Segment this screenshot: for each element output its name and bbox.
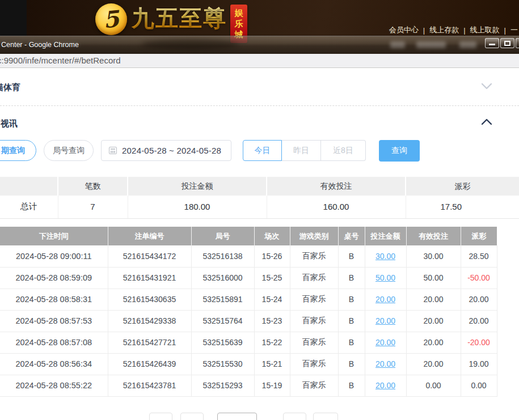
window-title: Center - Google Chrome (1, 41, 79, 49)
bet-table-row: 2024-05-28 08:55:22521615423781532515293… (0, 375, 497, 396)
cell-valid-bet: 20.00 (406, 289, 461, 310)
section-live-video[interactable]: 视讯 (1, 118, 18, 129)
quick-date-button-group: 今日昨日近8日 (243, 140, 366, 161)
bet-column-header: 场次 (254, 227, 290, 245)
cell-slip-number: 521615427721 (108, 332, 191, 353)
bet-column-header: 投注金额 (365, 227, 406, 245)
cell-payout: 28.50 (461, 245, 497, 267)
cell-session: 15-26 (254, 245, 290, 267)
cell-game-type: 百家乐 (290, 353, 338, 375)
summary-column-header: 投注金额 (128, 177, 267, 196)
date-query-tab[interactable]: 日期查询 (0, 140, 36, 161)
close-button[interactable] (516, 38, 519, 48)
nav-link[interactable]: 线上取款 (470, 25, 500, 35)
cell-bet-amount: 20.00 (365, 289, 406, 310)
cell-table-number: B (338, 267, 365, 289)
chevron-up-icon[interactable] (481, 118, 492, 126)
summary-header-row: 笔数投注金额有效投注派彩 (0, 177, 519, 196)
cell-payout: 20.00 (461, 310, 497, 332)
top-nav: 会员中心|线上存款|线上取款|一 (389, 25, 518, 35)
cell-bet-amount: 20.00 (365, 332, 406, 353)
bet-column-header: 注单编号 (108, 227, 191, 245)
desktop-background (0, 0, 27, 36)
section-sports[interactable]: 猫体育 (0, 82, 20, 93)
summary-column-header (0, 177, 58, 196)
summary-value-cell: 160.00 (267, 196, 406, 218)
calendar-icon (109, 147, 117, 154)
bet-table-body: 2024-05-28 09:00:11521615434172532516138… (0, 245, 497, 396)
chevron-down-icon[interactable] (481, 82, 492, 90)
summary-row-label: 总计 (0, 196, 58, 218)
url-bar[interactable]: c:9900/infe/mcenter/#/betRecord (0, 54, 519, 68)
bet-header-row: 下注时间注单编号局号场次游戏类别桌号投注金额有效投注派彩 (0, 227, 497, 245)
cell-bet-amount: 50.00 (365, 267, 406, 289)
maximize-button[interactable] (500, 38, 514, 48)
pagination-button[interactable] (283, 413, 306, 420)
cell-bet-time: 2024-05-28 09:00:11 (0, 245, 108, 267)
cell-valid-bet: 20.00 (406, 332, 461, 353)
cell-session: 15-25 (254, 267, 290, 289)
bet-amount-link[interactable]: 20.00 (375, 316, 395, 325)
cell-bet-time: 2024-05-28 08:57:53 (0, 310, 108, 332)
bet-table-row: 2024-05-28 08:56:34521615426439532515530… (0, 353, 497, 375)
cell-game-type: 百家乐 (290, 332, 338, 353)
bet-amount-link[interactable]: 50.00 (375, 273, 395, 282)
quick-date-button[interactable]: 今日 (243, 140, 282, 161)
cell-round-number: 532516000 (191, 267, 254, 289)
nav-link[interactable]: 一 (510, 25, 518, 35)
nav-link[interactable]: 线上存款 (429, 25, 459, 35)
bet-amount-link[interactable]: 20.00 (375, 295, 395, 304)
summary-value-cell: 17.50 (406, 196, 519, 218)
blurred-account-text (416, 41, 446, 48)
cell-round-number: 532515891 (191, 289, 254, 310)
pagination-button[interactable] (313, 413, 338, 420)
cell-round-number: 532515639 (191, 332, 254, 353)
cell-game-type: 百家乐 (290, 267, 338, 289)
bet-column-header: 桌号 (338, 227, 365, 245)
bet-table-row: 2024-05-28 08:58:31521615430635532515891… (0, 289, 497, 310)
summary-value-cell: 7 (58, 196, 128, 218)
cell-valid-bet: 0.00 (406, 375, 461, 396)
cell-table-number: B (338, 289, 365, 310)
search-button[interactable]: 查询 (379, 140, 420, 162)
nav-link[interactable]: 会员中心 (389, 25, 419, 35)
pagination-page-select[interactable] (217, 413, 257, 420)
bet-column-header: 局号 (191, 227, 254, 245)
cell-payout: 19.00 (461, 353, 497, 375)
summary-table: 笔数投注金额有效投注派彩 总计7180.00160.0017.50 (0, 177, 519, 219)
summary-column-header: 派彩 (406, 177, 519, 196)
cell-table-number: B (338, 310, 365, 332)
cell-payout: -20.00 (461, 332, 497, 353)
cell-round-number: 532515530 (191, 353, 254, 375)
pagination-button[interactable] (180, 413, 204, 420)
brand-title: 九五至尊 (132, 6, 227, 31)
cell-game-type: 百家乐 (290, 245, 338, 267)
bet-amount-link[interactable]: 30.00 (375, 252, 395, 261)
quick-date-button[interactable]: 昨日 (282, 140, 321, 161)
minimize-button[interactable] (485, 38, 499, 48)
cell-slip-number: 521615423781 (108, 375, 191, 396)
cell-slip-number: 521615434172 (108, 245, 191, 267)
cell-bet-time: 2024-05-28 08:57:08 (0, 332, 108, 353)
cell-slip-number: 521615429338 (108, 310, 191, 332)
bet-amount-link[interactable]: 20.00 (375, 359, 395, 368)
cell-session: 15-23 (254, 310, 290, 332)
bet-column-header: 有效投注 (406, 227, 461, 245)
bet-table-row: 2024-05-28 08:57:08521615427721532515639… (0, 332, 497, 353)
cell-bet-time: 2024-05-28 08:55:22 (0, 375, 108, 396)
cell-bet-amount: 20.00 (365, 375, 406, 396)
cell-bet-amount: 20.00 (365, 310, 406, 332)
nav-separator: | (504, 26, 506, 35)
bet-column-header: 下注时间 (0, 227, 108, 245)
section-divider (0, 105, 519, 106)
bet-amount-link[interactable]: 20.00 (375, 338, 395, 347)
chrome-titlebar[interactable]: Center - Google Chrome (0, 36, 519, 54)
cell-round-number: 532515764 (191, 310, 254, 332)
nav-separator: | (423, 26, 425, 35)
pagination-button[interactable] (149, 413, 172, 420)
date-range-input[interactable]: 2024-05-28 ~ 2024-05-28 (101, 140, 231, 161)
quick-date-button[interactable]: 近8日 (321, 140, 366, 161)
bet-amount-link[interactable]: 20.00 (375, 381, 395, 390)
cell-slip-number: 521615431921 (108, 267, 191, 289)
round-query-tab[interactable]: 局号查询 (44, 140, 94, 161)
